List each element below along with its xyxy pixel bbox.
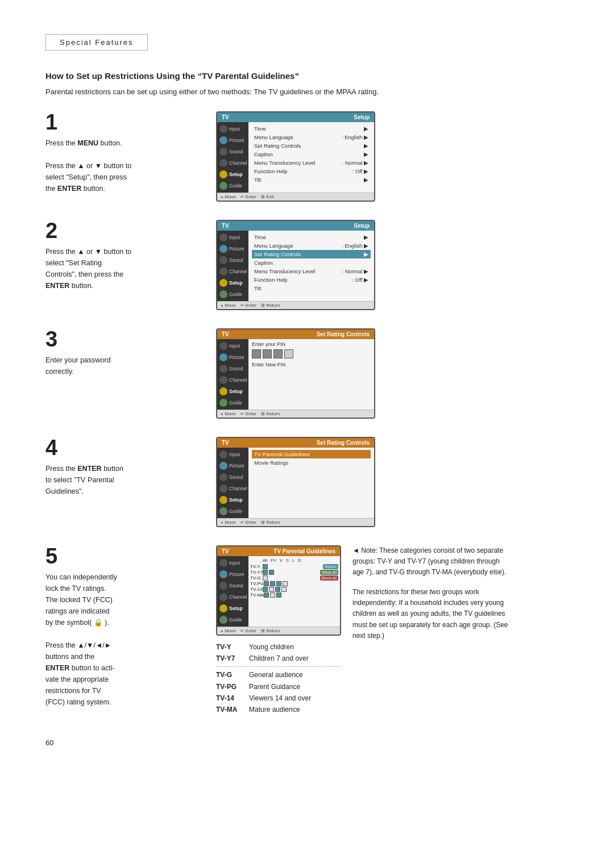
guide5-icon	[219, 616, 227, 624]
pin-boxes	[252, 349, 371, 358]
rating-row-tvma: TV-MA Mature audience	[216, 704, 341, 715]
pg-row-tvy7: TV-Y7 Allow All	[250, 570, 338, 575]
sidebar2-setup: Setup	[217, 277, 248, 289]
setup-icon	[219, 170, 227, 178]
step-2-text: Press the ▲ or ▼ button to select "Set R…	[45, 246, 205, 291]
step-5-note2: The restrictions for these two groups wo…	[352, 587, 512, 641]
sound5-icon	[219, 582, 227, 590]
step-4-screen: TV Set Rating Controls Input Picture Sou…	[216, 437, 375, 527]
pg-row-tvg: TV-G Block All	[250, 575, 338, 581]
channel2-icon	[219, 268, 227, 276]
step-3-titlebar: TV Set Rating Controls	[217, 329, 374, 339]
sidebar3-sound: Sound	[217, 363, 248, 374]
cb-tvpg-2	[270, 581, 275, 586]
cb-tv14-1	[263, 587, 268, 592]
menu-help: Function Help: Off ▶	[252, 167, 371, 176]
menu2-help: Function Help: Off ▶	[252, 276, 371, 284]
step-5-screen: TV TV Parental Guidelines Input Picture …	[216, 545, 341, 636]
step-3-sidebar: Input Picture Sound Channel Setup Guide	[217, 339, 248, 410]
setup3-icon	[219, 387, 227, 395]
step-4-footer: ⬧ Move ↵ Enter ⊞ Return	[217, 518, 374, 526]
cb-tvpg-4	[283, 581, 288, 586]
sidebar3-channel: Channel	[217, 374, 248, 386]
sidebar5-picture: Picture	[217, 569, 248, 580]
pg-header-row: All FV V S L D	[250, 558, 338, 563]
step-4-sidebar: Input Picture Sound Channel Setup Guide	[217, 448, 248, 518]
step-1-left: 1 Press the MENU button. Press the ▲ or …	[45, 111, 216, 194]
cb-tvy7-2	[269, 570, 274, 575]
sidebar2-channel: Channel	[217, 266, 248, 277]
sidebar4-guide: Guide	[217, 506, 248, 517]
intro-text: Parental restrictions can be set up usin…	[45, 86, 569, 98]
sidebar4-channel: Channel	[217, 483, 248, 494]
sidebar-sound: Sound	[217, 146, 248, 157]
picture-icon	[219, 136, 227, 144]
pg-row-tv14: TV-14	[250, 587, 338, 592]
sidebar2-picture: Picture	[217, 243, 248, 254]
pin-box-4	[284, 349, 293, 358]
step-1-text: Press the MENU button. Press the ▲ or ▼ …	[45, 137, 205, 194]
menu-caption: Caption▶	[252, 150, 371, 158]
menu2-translucency: Menu Translucency Level: Normal ▶	[252, 267, 371, 276]
step-3-main: Enter your PIN Enter New PIN	[248, 339, 374, 410]
step-4-left: 4 Press the ENTER button to select "TV P…	[45, 437, 216, 497]
step-1-main: Time▶ Menu Language: English ▶ Set Ratin…	[248, 122, 374, 193]
cb-tvpg-3	[276, 581, 281, 586]
menu-language: Menu Language: English ▶	[252, 133, 371, 141]
step-4-text: Press the ENTER button to select "TV Par…	[45, 463, 205, 497]
step-4-titlebar: TV Set Rating Controls	[217, 438, 374, 448]
menu2-rating: Set Rating Controls▶	[252, 250, 371, 258]
step-2-number: 2	[45, 220, 205, 241]
sound2-icon	[219, 256, 227, 264]
sidebar5-channel: Channel	[217, 591, 248, 603]
rating-tv-parental: TV Parental Guidelines	[252, 450, 371, 458]
menu-time: Time▶	[252, 124, 371, 133]
setup2-icon	[219, 279, 227, 287]
input5-icon	[219, 559, 227, 567]
step-3-footer: ⬧ Move ↵ Enter ⊞ Return	[217, 410, 374, 418]
channel-icon	[219, 159, 227, 167]
sidebar4-input: Input	[217, 449, 248, 460]
step-3-screen: TV Set Rating Controls Input Picture Sou…	[216, 328, 375, 419]
step-5-center: TV TV Parental Guidelines Input Picture …	[216, 545, 341, 716]
sidebar5-sound: Sound	[217, 580, 248, 591]
cb-tv14-3	[275, 587, 280, 592]
pg-row-tvma: TV-MA	[250, 592, 338, 598]
step-5-note1: ◄ Note: These categories consist of two …	[352, 545, 512, 578]
sound-icon	[219, 148, 227, 156]
guide-icon	[219, 182, 227, 190]
step-5-number: 5	[45, 545, 205, 567]
step-1-footer: ⬧ Move ↵ Enter ⊞ Exit	[217, 193, 374, 201]
step-5-main: All FV V S L D TV-Y Return	[248, 556, 340, 627]
input3-icon	[219, 342, 227, 350]
step-1-sidebar: Input Picture Sound Channel Setup Guide	[217, 122, 248, 193]
step-4-block: 4 Press the ENTER button to select "TV P…	[45, 437, 569, 527]
picture4-icon	[219, 462, 227, 470]
sidebar4-picture: Picture	[217, 460, 248, 471]
sidebar5-setup: Setup	[217, 603, 248, 614]
sound4-icon	[219, 473, 227, 481]
step-2-titlebar: TV Setup	[217, 221, 374, 231]
step-1-content: Input Picture Sound Channel Setup Guide …	[217, 122, 374, 193]
step-1-number: 1	[45, 111, 205, 133]
menu2-language: Menu Language: English ▶	[252, 241, 371, 250]
step-4-number: 4	[45, 437, 205, 458]
step-3-left: 3 Enter your password correctly.	[45, 328, 216, 377]
sidebar3-setup: Setup	[217, 386, 248, 397]
step-2-screen: TV Setup Input Picture Sound Channel Set…	[216, 220, 375, 310]
sidebar4-setup: Setup	[217, 494, 248, 506]
step-5-titlebar: TV TV Parental Guidelines	[217, 546, 340, 556]
sidebar-guide: Guide	[217, 180, 248, 191]
sound3-icon	[219, 365, 227, 373]
sidebar-setup: Setup	[217, 169, 248, 180]
cb-tvy7-1	[263, 570, 268, 575]
setup4-icon	[219, 496, 227, 504]
page-number: 60	[45, 738, 569, 747]
setup5-icon	[219, 604, 227, 612]
sidebar2-sound: Sound	[217, 254, 248, 266]
channel4-icon	[219, 485, 227, 493]
step-2-content: Input Picture Sound Channel Setup Guide …	[217, 231, 374, 301]
menu2-time: Time▶	[252, 233, 371, 241]
section-title: How to Set up Restrictions Using the “TV…	[45, 71, 569, 81]
sidebar-picture: Picture	[217, 135, 248, 146]
